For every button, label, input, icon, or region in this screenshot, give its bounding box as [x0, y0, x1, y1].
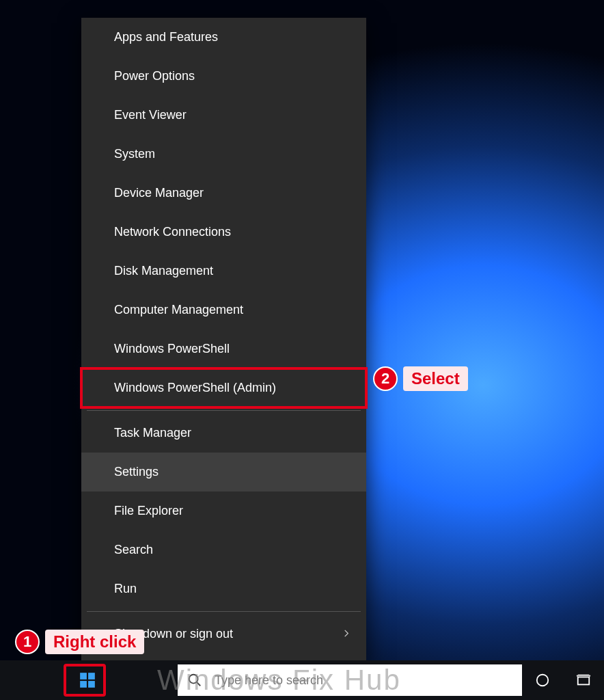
svg-rect-7 — [578, 677, 590, 684]
svg-point-4 — [189, 675, 198, 684]
menu-item-label: System — [114, 147, 155, 161]
menu-item-label: Apps and Features — [114, 30, 218, 44]
menu-item-apps-features[interactable]: Apps and Features — [81, 18, 366, 57]
menu-item-system[interactable]: System — [81, 135, 366, 174]
svg-line-5 — [197, 682, 201, 686]
menu-item-file-explorer[interactable]: File Explorer — [81, 492, 366, 530]
chevron-right-icon — [342, 627, 351, 641]
callout-label-rightclick: Right click — [45, 630, 144, 654]
menu-item-label: Power Options — [114, 69, 195, 83]
task-view-icon — [576, 673, 591, 688]
menu-item-settings[interactable]: Settings — [81, 453, 366, 492]
svg-point-6 — [537, 675, 549, 686]
menu-separator — [87, 611, 361, 612]
menu-item-label: File Explorer — [114, 504, 183, 518]
menu-item-label: Windows PowerShell — [114, 342, 230, 356]
taskbar-search[interactable]: Windows Fix Hub Type here to search — [178, 664, 522, 696]
menu-item-powershell-admin[interactable]: Windows PowerShell (Admin) — [81, 368, 366, 407]
menu-item-label: Disk Management — [114, 264, 213, 278]
menu-item-power-options[interactable]: Power Options — [81, 57, 366, 96]
menu-item-label: Device Manager — [114, 186, 204, 200]
menu-item-label: Settings — [114, 465, 159, 479]
callout-rightclick: 1 Right click — [15, 630, 144, 654]
menu-item-label: Task Manager — [114, 426, 191, 440]
callout-number-2: 2 — [373, 366, 398, 391]
menu-item-disk-management[interactable]: Disk Management — [81, 252, 366, 291]
callout-label-select: Select — [403, 366, 468, 391]
callout-select: 2 Select — [373, 366, 468, 391]
menu-item-powershell[interactable]: Windows PowerShell — [81, 329, 366, 368]
search-placeholder: Type here to search — [215, 673, 323, 688]
search-icon — [187, 673, 202, 688]
menu-item-label: Network Connections — [114, 225, 231, 239]
start-button-highlight — [64, 664, 106, 697]
callout-number-1: 1 — [15, 630, 40, 654]
menu-item-label: Computer Management — [114, 303, 243, 317]
menu-separator — [87, 410, 361, 411]
menu-item-device-manager[interactable]: Device Manager — [81, 174, 366, 213]
menu-item-search[interactable]: Search — [81, 530, 366, 569]
menu-item-run[interactable]: Run — [81, 569, 366, 608]
winx-context-menu: Apps and FeaturesPower OptionsEvent View… — [81, 18, 366, 660]
menu-item-label: Event Viewer — [114, 108, 187, 122]
menu-item-computer-management[interactable]: Computer Management — [81, 291, 366, 329]
menu-item-label: Windows PowerShell (Admin) — [114, 381, 276, 395]
menu-item-task-manager[interactable]: Task Manager — [81, 414, 366, 453]
menu-item-network-connections[interactable]: Network Connections — [81, 213, 366, 252]
menu-item-label: Run — [114, 582, 137, 596]
menu-item-label: Search — [114, 543, 153, 557]
circle-icon — [535, 673, 550, 688]
cortana-button[interactable] — [522, 660, 563, 700]
task-view-button[interactable] — [563, 660, 604, 700]
menu-item-event-viewer[interactable]: Event Viewer — [81, 96, 366, 135]
watermark-text: Windows Fix Hub — [157, 664, 522, 697]
